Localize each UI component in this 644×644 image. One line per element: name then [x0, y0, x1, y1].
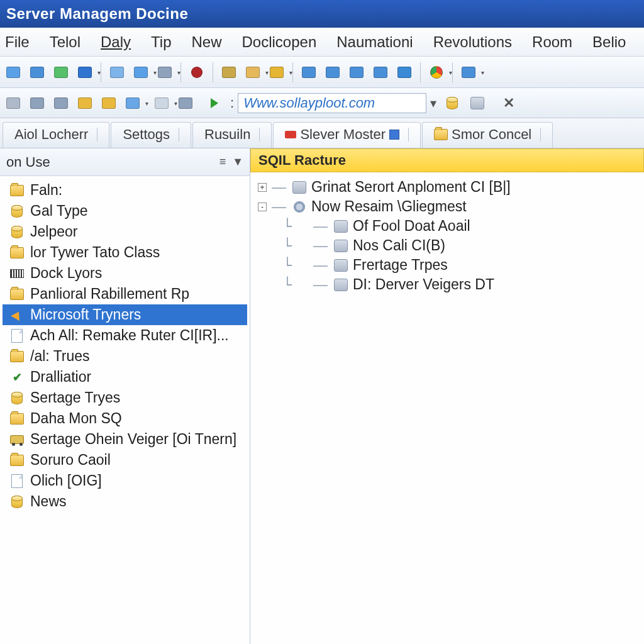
tab-aiol-locherr[interactable]: Aiol Locherr: [3, 122, 109, 148]
play-icon[interactable]: [205, 94, 224, 113]
folder-icon[interactable]: [75, 94, 94, 113]
tab-slever-moster[interactable]: Slever Moster: [273, 122, 421, 148]
list-item[interactable]: News: [3, 491, 247, 512]
db-go-icon[interactable]: [443, 94, 462, 113]
gray-icon: [333, 278, 349, 292]
gear-icon: [291, 200, 308, 214]
gray-icon: [291, 180, 308, 194]
right-tree[interactable]: +—Grinat Serort Anploment CI [B|]-—Now R…: [250, 172, 644, 299]
menu-tip[interactable]: Tip: [151, 33, 171, 51]
expand-icon[interactable]: +: [258, 183, 267, 192]
item-label: News: [30, 493, 67, 510]
pencil-icon[interactable]: [243, 63, 262, 82]
list-item[interactable]: Sertage Tryes: [3, 387, 247, 408]
folder-icon: [9, 350, 25, 364]
panes-icon[interactable]: [323, 63, 342, 82]
list-item[interactable]: Faln:: [3, 180, 247, 201]
list-mode-icon[interactable]: ≡: [219, 155, 226, 169]
left-pane-title: on Use: [6, 154, 50, 170]
copy-icon[interactable]: [108, 63, 126, 82]
monitor-icon[interactable]: [347, 63, 366, 82]
tree-node[interactable]: └—Frertage Trpes: [254, 255, 640, 275]
db-icon[interactable]: [267, 63, 286, 82]
list-item[interactable]: Sertage Ohein Veiger [Oi Tnern]: [3, 429, 247, 450]
titlebar: Server Managem Docine: [0, 0, 644, 28]
fx-icon[interactable]: [176, 94, 195, 113]
close-icon[interactable]: ✕: [499, 94, 518, 113]
db-icon: [9, 225, 25, 239]
tree-node[interactable]: └—Nos Cali CI(B): [254, 236, 640, 255]
net-icon[interactable]: [52, 63, 70, 82]
tab-settogs[interactable]: Settogs: [111, 122, 191, 148]
tab-smor-concel[interactable]: Smor Concel: [422, 122, 553, 148]
list-item[interactable]: Gal Type: [3, 201, 247, 221]
tab-rusuiln[interactable]: Rusuiln: [192, 122, 272, 148]
item-label: lor Tywer Tato Class: [30, 244, 160, 261]
cut-icon[interactable]: [459, 63, 478, 82]
list-item[interactable]: Ach All: Remake Ruter CI[IR]...: [3, 325, 247, 346]
gear-icon[interactable]: [155, 63, 174, 82]
tab-label: Aiol Locherr: [14, 126, 88, 143]
tab-label: Smor Concel: [452, 126, 531, 143]
check-icon: ✔: [9, 370, 25, 384]
list-item[interactable]: Panlioral Rabillement Rp: [3, 284, 247, 304]
menu-file[interactable]: File: [5, 33, 30, 51]
folder2-icon[interactable]: [99, 94, 118, 113]
grid-icon[interactable]: [28, 63, 47, 82]
list-item[interactable]: ✔Dralliatior: [3, 367, 247, 387]
tab-label: Slever Moster: [300, 126, 386, 143]
gray-icon[interactable]: [4, 94, 23, 113]
list-item[interactable]: Olich [OIG]: [3, 470, 247, 491]
collapse-icon[interactable]: -: [258, 203, 267, 211]
find-icon[interactable]: [219, 63, 238, 82]
drive-icon[interactable]: [468, 94, 487, 113]
item-label: Daha Mon SQ: [30, 410, 122, 427]
menu-doclicopen[interactable]: Doclicopen: [242, 33, 317, 51]
target-icon[interactable]: [28, 94, 47, 113]
swap-icon[interactable]: [52, 94, 70, 113]
dropdown-icon[interactable]: ▾: [430, 96, 436, 111]
list-item[interactable]: Jelpeor: [3, 221, 247, 242]
menu-telol[interactable]: Telol: [50, 33, 80, 51]
monitor2-icon[interactable]: [371, 63, 390, 82]
item-label: Faln:: [30, 182, 62, 199]
node-label: Frertage Trpes: [353, 257, 448, 274]
menu-revolutions[interactable]: Revolutions: [433, 33, 512, 51]
address-box[interactable]: : Www.sollayploot.com ▾: [230, 93, 436, 113]
node-label: Now Resaim \Gliegmest: [311, 198, 467, 215]
chrome-icon[interactable]: [427, 63, 446, 82]
left-tree[interactable]: Faln:Gal TypeJelpeorlor Tywer Tato Class…: [0, 176, 250, 644]
list-item[interactable]: Soruro Caoil: [3, 450, 247, 470]
menu-daly[interactable]: Daly: [101, 33, 131, 51]
window-icon[interactable]: [152, 94, 171, 113]
page-icon: [9, 329, 25, 343]
window-title: Server Managem Docine: [6, 5, 188, 23]
keys-icon: [9, 267, 25, 280]
panel-icon[interactable]: [299, 63, 318, 82]
doc-icon[interactable]: [4, 63, 23, 82]
list-item[interactable]: Daha Mon SQ: [3, 408, 247, 429]
tree-connector: └: [279, 257, 296, 274]
dropdown-icon[interactable]: ▼: [232, 155, 243, 169]
tab-label: Rusuiln: [204, 126, 250, 143]
list-item[interactable]: Dock Lyors: [3, 263, 247, 284]
tree-node[interactable]: └—DI: Derver Veigers DT: [254, 275, 640, 294]
menu-naumationi[interactable]: Naumationi: [336, 33, 413, 51]
stack-icon[interactable]: [131, 63, 150, 82]
tree-node[interactable]: -—Now Resaim \Gliegmest: [254, 197, 640, 216]
item-label: Gal Type: [30, 203, 88, 219]
tree-node[interactable]: └—Of Fool Doat Aoail: [254, 216, 640, 236]
list-item[interactable]: Microsoft Tryners: [3, 304, 247, 325]
list-item[interactable]: /al: Trues: [3, 346, 247, 367]
item-label: Panlioral Rabillement Rp: [30, 286, 189, 303]
menu-new[interactable]: New: [192, 33, 222, 51]
list-item[interactable]: lor Tywer Tato Class: [3, 242, 247, 263]
blue-icon[interactable]: [75, 63, 94, 82]
node-label: Of Fool Doat Aoail: [353, 218, 470, 235]
tree-node[interactable]: +—Grinat Serort Anploment CI [B|]: [254, 177, 640, 197]
chat-icon[interactable]: [123, 94, 142, 113]
menu-belio[interactable]: Belio: [592, 33, 626, 51]
menu-room[interactable]: Room: [532, 33, 572, 51]
down-icon[interactable]: [395, 63, 414, 82]
seal-icon[interactable]: [187, 63, 206, 82]
